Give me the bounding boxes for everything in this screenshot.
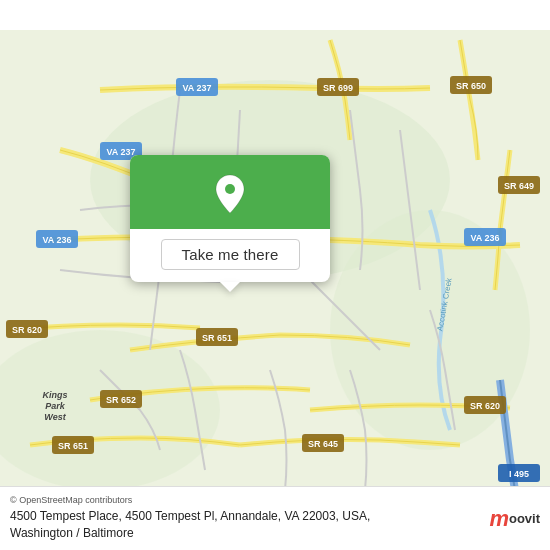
svg-text:VA 236: VA 236	[42, 235, 71, 245]
svg-text:SR 649: SR 649	[504, 181, 534, 191]
svg-text:VA 236: VA 236	[470, 233, 499, 243]
moovit-logo-letter: m	[489, 506, 508, 532]
svg-text:SR 652: SR 652	[106, 395, 136, 405]
svg-text:VA 237: VA 237	[182, 83, 211, 93]
svg-text:SR 620: SR 620	[470, 401, 500, 411]
svg-text:VA 237: VA 237	[106, 147, 135, 157]
map-container: VA 237 SR 699 SR 650 VA 237 SR 649 VA 23…	[0, 0, 550, 550]
location-popup: Take me there	[130, 155, 330, 282]
svg-text:SR 651: SR 651	[202, 333, 232, 343]
svg-text:Kings: Kings	[42, 390, 67, 400]
popup-header	[130, 155, 330, 229]
svg-point-37	[225, 184, 235, 194]
moovit-logo-text: oovit	[509, 511, 540, 526]
take-me-there-button[interactable]: Take me there	[161, 239, 300, 270]
svg-text:I 495: I 495	[509, 469, 529, 479]
osm-attribution: © OpenStreetMap contributors	[10, 495, 410, 505]
svg-text:SR 650: SR 650	[456, 81, 486, 91]
svg-text:Park: Park	[45, 401, 66, 411]
svg-text:SR 645: SR 645	[308, 439, 338, 449]
svg-text:SR 699: SR 699	[323, 83, 353, 93]
svg-text:SR 651: SR 651	[58, 441, 88, 451]
bottom-bar: © OpenStreetMap contributors 4500 Tempes…	[0, 486, 550, 550]
address-text: 4500 Tempest Place, 4500 Tempest Pl, Ann…	[10, 508, 410, 542]
svg-text:West: West	[44, 412, 66, 422]
location-pin-icon	[212, 173, 248, 215]
svg-text:SR 620: SR 620	[12, 325, 42, 335]
moovit-logo: m oovit	[489, 506, 540, 532]
bottom-left-info: © OpenStreetMap contributors 4500 Tempes…	[10, 495, 410, 542]
